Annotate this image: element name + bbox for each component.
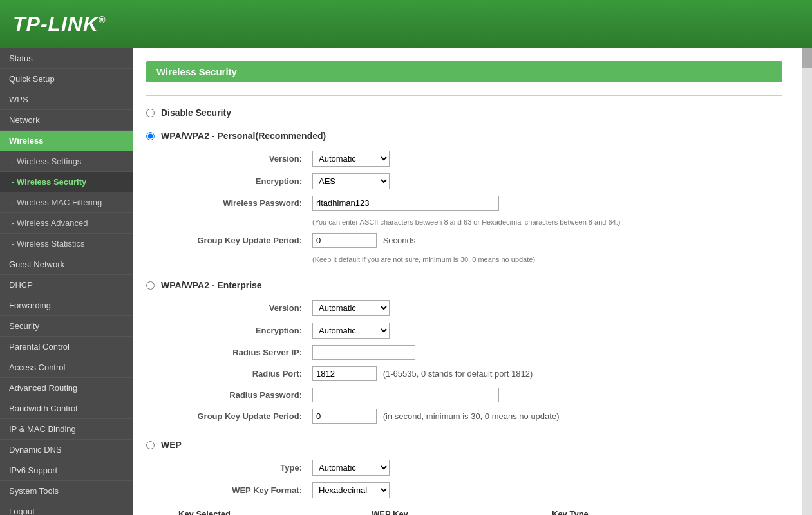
scrollbar-track	[802, 48, 812, 515]
sidebar-item-system-tools[interactable]: System Tools	[0, 481, 133, 501]
sidebar-item-logout[interactable]: Logout	[0, 501, 133, 515]
wireless-password-input[interactable]	[312, 196, 499, 211]
encryption-cell: AES TKIP Automatic	[307, 170, 625, 192]
wpa-personal-header: WPA/WPA2 - Personal(Recommended)	[146, 131, 782, 141]
radius-ip-row: Radius Server IP:	[178, 342, 564, 363]
wep-format-cell: Hexadecimal ASCII	[307, 479, 395, 501]
group-key-cell: Seconds	[307, 230, 625, 251]
sidebar-item-dynamic-dns[interactable]: Dynamic DNS	[0, 440, 133, 460]
ent-encryption-label: Encryption:	[178, 319, 307, 342]
password-hint-row: (You can enter ASCII characters between …	[178, 214, 625, 230]
wpa-personal-form: Version: Automatic WPA WPA2 Encryption:	[178, 147, 625, 267]
sidebar-item-wireless-security[interactable]: - Wireless Security	[0, 172, 133, 192]
wpa-enterprise-form: Version: Automatic WPA WPA2 Encryption:	[178, 297, 564, 427]
sidebar: Status Quick Setup WPS Network Wireless …	[0, 48, 133, 515]
radius-ip-input[interactable]	[312, 345, 415, 360]
wep-radio[interactable]	[146, 441, 155, 449]
sidebar-item-dhcp[interactable]: DHCP	[0, 275, 133, 295]
wpa-personal-label: WPA/WPA2 - Personal(Recommended)	[161, 131, 326, 141]
password-label: Wireless Password:	[178, 192, 307, 214]
radius-port-input[interactable]	[312, 366, 377, 381]
sidebar-item-bandwidth-control[interactable]: Bandwidth Control	[0, 398, 133, 419]
sidebar-item-status[interactable]: Status	[0, 48, 133, 69]
wpa-enterprise-encryption-select[interactable]: Automatic AES TKIP	[312, 323, 390, 339]
group-key-hint-spacer-personal	[178, 251, 307, 267]
wep-type-select[interactable]: Automatic Open System Shared Key	[312, 460, 390, 476]
wep-col-type: Key Type	[552, 509, 681, 515]
radius-port-row: Radius Port: (1-65535, 0 stands for defa…	[178, 363, 564, 384]
password-hint-cell: (You can enter ASCII characters between …	[307, 214, 625, 230]
sidebar-item-wireless-advanced[interactable]: - Wireless Advanced	[0, 213, 133, 234]
sidebar-item-quick-setup[interactable]: Quick Setup	[0, 69, 133, 89]
password-hint-spacer	[178, 214, 307, 230]
sidebar-item-ip-mac-binding[interactable]: IP & MAC Binding	[0, 419, 133, 440]
wpa-personal-radio[interactable]	[146, 132, 155, 140]
wpa-enterprise-radio[interactable]	[146, 281, 155, 290]
ent-group-key-label: Group Key Update Period:	[178, 406, 307, 427]
wpa-personal-encryption-select[interactable]: AES TKIP Automatic	[312, 173, 390, 189]
disable-security-option: Disable Security	[146, 108, 782, 118]
wep-format-label: WEP Key Format:	[178, 479, 307, 501]
sidebar-item-security[interactable]: Security	[0, 316, 133, 337]
group-key-hint-enterprise: (in second, minimum is 30, 0 means no up…	[383, 411, 560, 421]
sidebar-item-wireless-stats[interactable]: - Wireless Statistics	[0, 234, 133, 254]
group-key-label: Group Key Update Period:	[178, 230, 307, 251]
wep-label: WEP	[161, 440, 182, 450]
ent-version-label: Version:	[178, 297, 307, 319]
radius-ip-cell	[307, 342, 564, 363]
group-key-input-enterprise[interactable]	[312, 409, 377, 424]
sidebar-item-parental-control[interactable]: Parental Control	[0, 337, 133, 357]
ent-version-cell: Automatic WPA WPA2	[307, 297, 564, 319]
content-area: Wireless Security Disable Security WPA/W…	[133, 48, 802, 515]
sidebar-item-access-control[interactable]: Access Control	[0, 357, 133, 378]
sidebar-item-network[interactable]: Network	[0, 110, 133, 131]
scrollbar-thumb[interactable]	[802, 48, 812, 68]
wep-form: Type: Automatic Open System Shared Key W…	[178, 456, 395, 501]
sidebar-item-ipv6-support[interactable]: IPv6 Support	[0, 460, 133, 481]
wep-type-row: Type: Automatic Open System Shared Key	[178, 456, 395, 479]
radius-ip-label: Radius Server IP:	[178, 342, 307, 363]
group-key-input-personal[interactable]	[312, 233, 377, 248]
wep-type-cell: Automatic Open System Shared Key	[307, 456, 395, 479]
radius-port-label: Radius Port:	[178, 363, 307, 384]
section-divider	[146, 95, 782, 96]
encryption-label: Encryption:	[178, 170, 307, 192]
disable-security-label: Disable Security	[161, 108, 231, 118]
sidebar-item-forwarding[interactable]: Forwarding	[0, 295, 133, 316]
sidebar-item-guest-network[interactable]: Guest Network	[0, 254, 133, 275]
layout: Status Quick Setup WPS Network Wireless …	[0, 48, 812, 515]
page-title: Wireless Security	[146, 61, 782, 82]
radius-pass-label: Radius Password:	[178, 384, 307, 406]
wep-col-key: WEP Key	[372, 509, 552, 515]
sidebar-item-wireless-mac[interactable]: - Wireless MAC Filtering	[0, 192, 133, 213]
wep-header: WEP	[146, 440, 782, 450]
ent-group-key-row: Group Key Update Period: (in second, min…	[178, 406, 564, 427]
wep-type-label: Type:	[178, 456, 307, 479]
group-key-hint-row-personal: (Keep it default if you are not sure, mi…	[178, 251, 625, 267]
wep-option: WEP Type: Automatic Open System Shared K…	[146, 440, 782, 515]
group-key-unit-personal: Seconds	[383, 236, 416, 245]
password-hint-text: (You can enter ASCII characters between …	[312, 218, 620, 226]
radius-port-hint: (1-65535, 0 stands for default port 1812…	[383, 369, 533, 379]
disable-security-header: Disable Security	[146, 108, 782, 118]
wep-col-selected: Key Selected	[178, 509, 372, 515]
wpa-personal-option: WPA/WPA2 - Personal(Recommended) Version…	[146, 131, 782, 267]
wpa-enterprise-option: WPA/WPA2 - Enterprise Version: Automatic…	[146, 280, 782, 427]
encryption-row: Encryption: AES TKIP Automatic	[178, 170, 625, 192]
sidebar-item-wireless[interactable]: Wireless	[0, 131, 133, 151]
main-content: Wireless Security Disable Security WPA/W…	[133, 48, 802, 515]
sidebar-item-wps[interactable]: WPS	[0, 89, 133, 110]
password-cell	[307, 192, 625, 214]
wep-format-select[interactable]: Hexadecimal ASCII	[312, 482, 390, 498]
wpa-personal-version-select[interactable]: Automatic WPA WPA2	[312, 151, 390, 167]
radius-password-input[interactable]	[312, 388, 499, 402]
group-key-hint-cell-personal: (Keep it default if you are not sure, mi…	[307, 251, 625, 267]
wpa-enterprise-header: WPA/WPA2 - Enterprise	[146, 280, 782, 290]
disable-security-radio[interactable]	[146, 109, 155, 117]
sidebar-item-advanced-routing[interactable]: Advanced Routing	[0, 378, 133, 398]
wep-format-row: WEP Key Format: Hexadecimal ASCII	[178, 479, 395, 501]
ent-encryption-cell: Automatic AES TKIP	[307, 319, 564, 342]
version-row: Version: Automatic WPA WPA2	[178, 147, 625, 170]
sidebar-item-wireless-settings[interactable]: - Wireless Settings	[0, 151, 133, 172]
wpa-enterprise-version-select[interactable]: Automatic WPA WPA2	[312, 300, 390, 316]
